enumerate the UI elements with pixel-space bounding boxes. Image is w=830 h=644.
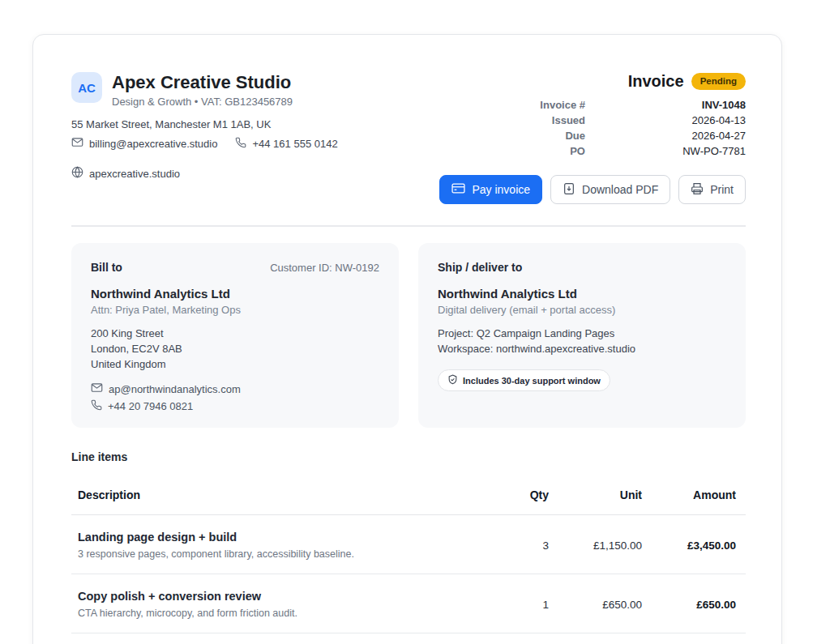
bill-to-card: Bill to Customer ID: NW-0192 Northwind A… bbox=[71, 243, 399, 428]
customer-id: Customer ID: NW-0192 bbox=[270, 262, 379, 274]
bill-to-attn: Attn: Priya Patel, Marketing Ops bbox=[91, 304, 379, 316]
bill-to-company: Northwind Analytics Ltd bbox=[91, 287, 379, 301]
issued-value: 2026-04-13 bbox=[585, 114, 746, 127]
support-window-chip: Includes 30-day support window bbox=[438, 369, 610, 391]
column-description: Description bbox=[71, 468, 484, 515]
address-cards: Bill to Customer ID: NW-0192 Northwind A… bbox=[71, 243, 746, 428]
item-description: CTA hierarchy, microcopy, and form frict… bbox=[78, 606, 484, 621]
bill-to-heading: Bill to bbox=[91, 261, 122, 274]
bill-to-phone: +44 20 7946 0821 bbox=[91, 399, 379, 413]
header-divider bbox=[71, 225, 746, 227]
credit-card-icon bbox=[451, 181, 465, 198]
column-unit: Unit bbox=[549, 468, 642, 515]
company-logo: AC bbox=[71, 72, 102, 103]
due-label: Due bbox=[449, 130, 585, 143]
po-value: NW-PO-7781 bbox=[585, 145, 746, 158]
line-items-table: Description Qty Unit Amount Landing page… bbox=[71, 468, 746, 644]
item-description: 3 responsive pages, component library, a… bbox=[78, 547, 484, 561]
line-items-heading: Line items bbox=[71, 450, 746, 463]
invoice-card: AC Apex Creative Studio Design & Growth … bbox=[32, 34, 782, 644]
printer-icon bbox=[691, 182, 704, 198]
ship-to-heading: Ship / deliver to bbox=[438, 261, 522, 274]
column-amount: Amount bbox=[642, 468, 746, 515]
print-button[interactable]: Print bbox=[678, 175, 746, 204]
company-email: billing@apexcreative.studio bbox=[71, 136, 217, 151]
po-label: PO bbox=[449, 145, 585, 158]
phone-icon bbox=[91, 399, 102, 413]
issued-label: Issued bbox=[449, 114, 585, 127]
item-qty: 3 bbox=[484, 515, 549, 574]
company-name: Apex Creative Studio bbox=[112, 72, 293, 93]
invoice-title: Invoice bbox=[628, 72, 684, 91]
invoice-meta-block: Invoice Pending Invoice # INV-1048 Issue… bbox=[449, 72, 746, 204]
ship-to-method: Digital delivery (email + portal access) bbox=[438, 304, 726, 316]
item-qty: 1 bbox=[484, 574, 549, 633]
envelope-icon bbox=[91, 382, 103, 396]
item-unit: £650.00 bbox=[549, 574, 642, 633]
table-row: Landing page design + build 3 responsive… bbox=[71, 515, 746, 574]
due-value: 2026-04-27 bbox=[585, 130, 746, 143]
table-row: Analytics implementation bbox=[71, 633, 746, 644]
ship-to-company: Northwind Analytics Ltd bbox=[438, 287, 726, 301]
pay-invoice-button[interactable]: Pay invoice bbox=[439, 175, 542, 204]
download-pdf-button[interactable]: Download PDF bbox=[550, 175, 670, 204]
globe-icon bbox=[71, 166, 83, 181]
bill-to-address: 200 King Street London, EC2V 8AB United … bbox=[91, 326, 379, 372]
item-title: Landing page design + build bbox=[78, 529, 484, 545]
phone-icon bbox=[235, 137, 246, 151]
company-phone: +44 161 555 0142 bbox=[235, 136, 337, 151]
table-header-row: Description Qty Unit Amount bbox=[71, 468, 746, 515]
item-title: Copy polish + conversion review bbox=[78, 588, 484, 604]
envelope-icon bbox=[71, 136, 83, 151]
column-qty: Qty bbox=[484, 468, 549, 515]
ship-to-card: Ship / deliver to Northwind Analytics Lt… bbox=[418, 243, 746, 428]
ship-to-details: Project: Q2 Campaign Landing Pages Works… bbox=[438, 326, 726, 356]
status-badge: Pending bbox=[691, 73, 746, 90]
bill-to-email: ap@northwindanalytics.com bbox=[91, 382, 379, 396]
shield-check-icon bbox=[447, 374, 458, 386]
item-amount: £650.00 bbox=[642, 574, 746, 633]
item-unit: £1,150.00 bbox=[549, 515, 642, 574]
company-address: 55 Market Street, Manchester M1 1AB, UK bbox=[71, 118, 338, 130]
brand-block: AC Apex Creative Studio Design & Growth … bbox=[71, 72, 338, 181]
table-row: Copy polish + conversion review CTA hier… bbox=[71, 574, 746, 633]
invoice-number-value: INV-1048 bbox=[585, 99, 746, 112]
company-tagline: Design & Growth • VAT: GB123456789 bbox=[112, 96, 293, 108]
invoice-header: AC Apex Creative Studio Design & Growth … bbox=[71, 72, 746, 204]
company-website: apexcreative.studio bbox=[71, 166, 180, 181]
download-icon bbox=[563, 182, 575, 198]
invoice-number-label: Invoice # bbox=[449, 99, 585, 112]
item-amount: £3,450.00 bbox=[642, 515, 746, 574]
